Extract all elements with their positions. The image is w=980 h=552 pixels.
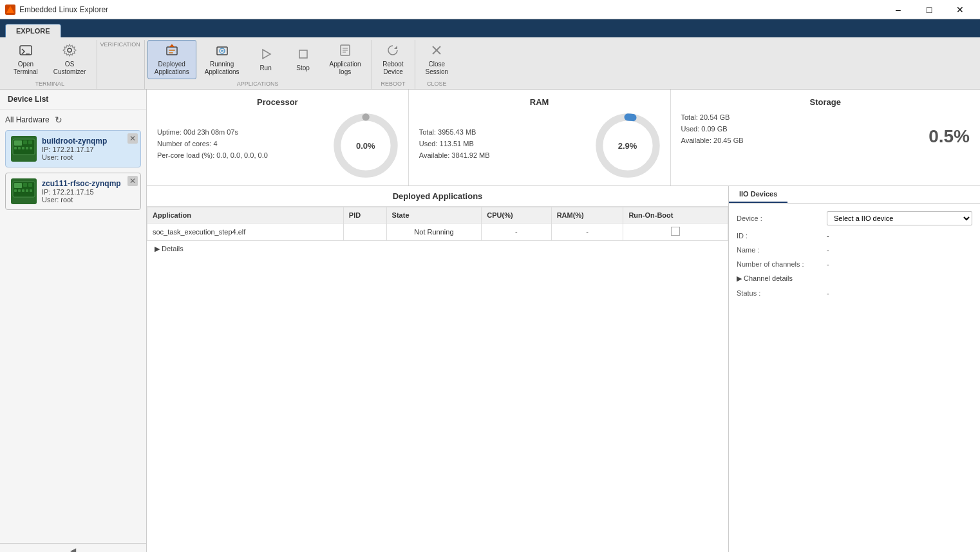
iio-channels-row: Number of channels : - — [737, 260, 972, 268]
deployed-icon — [165, 43, 179, 59]
iio-channels-label: Number of channels : — [737, 260, 827, 268]
svg-rect-33 — [18, 189, 21, 192]
stop-icon — [296, 47, 310, 63]
svg-rect-26 — [26, 147, 28, 149]
running-apps-label: RunningApplications — [205, 61, 240, 76]
main-content: Processor Uptime: 00d 23h 08m 07s Number… — [147, 90, 980, 552]
applications-group-label: APPLICATIONS — [147, 79, 368, 89]
close-button[interactable]: ✕ — [945, 0, 975, 19]
sidebar-header: Device List — [0, 90, 146, 109]
storage-used: Used: 0.09 GB — [681, 125, 929, 133]
apps-table: Application PID State CPU(%) RAM(%) Run-… — [147, 207, 728, 241]
run-icon — [259, 47, 273, 63]
metrics-row: Processor Uptime: 00d 23h 08m 07s Number… — [147, 90, 980, 186]
toolbar-group-verification: VERIFICATION — [99, 40, 144, 89]
close-session-icon — [429, 43, 444, 59]
run-on-boot-checkbox[interactable] — [671, 227, 680, 236]
svg-rect-29 — [14, 183, 22, 188]
title-bar: Embedded Linux Explorer – □ ✕ — [0, 0, 980, 19]
maximize-button[interactable]: □ — [914, 0, 944, 19]
close-session-button[interactable]: CloseSession — [418, 40, 455, 79]
iio-content: Device : Select a IIO device ID : - Name… — [729, 204, 980, 311]
sidebar-collapse-btn[interactable]: ◀ — [0, 543, 146, 552]
svg-rect-23 — [14, 147, 17, 149]
reboot-icon — [386, 43, 400, 59]
device-close-btn-1[interactable]: ✕ — [127, 176, 138, 186]
iio-id-row: ID : - — [737, 232, 972, 240]
reboot-device-button[interactable]: RebootDevice — [375, 40, 411, 79]
refresh-icon[interactable]: ↻ — [55, 115, 62, 125]
stop-button[interactable]: Stop — [285, 40, 321, 79]
svg-rect-35 — [26, 189, 28, 192]
ram-used: Used: 113.51 MB — [419, 140, 585, 148]
reboot-group-label: REBOOT — [375, 79, 411, 89]
minimize-button[interactable]: – — [883, 0, 913, 19]
col-ram: RAM(%) — [551, 207, 623, 224]
device-close-btn-0[interactable]: ✕ — [127, 133, 138, 144]
deployed-apps-button[interactable]: DeployedApplications — [147, 40, 196, 79]
running-icon — [215, 43, 229, 59]
device-image-0 — [11, 136, 37, 162]
iio-tab[interactable]: IIO Devices — [729, 186, 787, 203]
logs-icon — [338, 43, 352, 59]
iio-device-select[interactable]: Select a IIO device — [827, 211, 972, 225]
iio-device-row: Device : Select a IIO device — [737, 211, 972, 225]
svg-rect-6 — [169, 52, 173, 53]
run-label: Run — [259, 64, 271, 72]
svg-point-3 — [68, 48, 71, 52]
col-run-on-boot: Run-On-Boot — [623, 207, 728, 224]
ram-donut: 2.9% — [596, 113, 660, 178]
processor-cores: Number of cores: 4 — [157, 140, 323, 148]
ribbon-tab-bar: EXPLORE — [0, 19, 980, 37]
main-layout: Device List All Hardware ↻ ✕ — [0, 90, 980, 552]
deployed-apps-title: Deployed Applications — [147, 186, 728, 207]
device-list-title: Device List — [8, 95, 48, 104]
svg-rect-20 — [14, 140, 22, 146]
storage-panel: Storage Total: 20.54 GB Used: 0.09 GB Av… — [671, 90, 981, 186]
col-state: State — [386, 207, 482, 224]
details-row[interactable]: Details — [147, 241, 728, 257]
terminal-group-label: TERMINAL — [6, 79, 93, 89]
app-ram-0: - — [551, 224, 623, 241]
col-pid: PID — [343, 207, 386, 224]
device-card-buildroot[interactable]: ✕ — [5, 130, 141, 167]
device-image-1 — [11, 178, 37, 204]
ram-percent: 2.9% — [618, 141, 637, 151]
app-run-on-boot-0[interactable] — [623, 224, 728, 241]
iio-id-label: ID : — [737, 232, 827, 240]
os-customizer-button[interactable]: OSCustomizer — [46, 40, 93, 79]
svg-marker-0 — [6, 6, 14, 13]
iio-panel: IIO Devices Device : Select a IIO device… — [729, 186, 980, 552]
processor-donut: 0.0% — [334, 113, 398, 178]
iio-id-value: - — [827, 232, 972, 240]
processor-uptime: Uptime: 00d 23h 08m 07s — [157, 128, 323, 136]
explore-tab[interactable]: EXPLORE — [5, 24, 61, 37]
device-ip-1: IP: 172.21.17.15 — [42, 188, 121, 196]
close-group-label: CLOSE — [418, 79, 455, 89]
running-apps-button[interactable]: RunningApplications — [198, 40, 247, 79]
app-logs-label: Applicationlogs — [330, 61, 361, 76]
stop-label: Stop — [296, 64, 310, 72]
svg-rect-27 — [30, 147, 32, 149]
app-cpu-0: - — [482, 224, 551, 241]
svg-rect-34 — [22, 189, 24, 192]
os-customizer-label: OSCustomizer — [53, 61, 86, 76]
toolbar: OpenTerminal OSCustomizer TERMINAL VERIF… — [0, 37, 980, 90]
run-button[interactable]: Run — [248, 40, 284, 79]
device-card-zcu111[interactable]: ✕ — [5, 173, 141, 210]
app-logs-button[interactable]: Applicationlogs — [323, 40, 368, 79]
all-hardware-label: All Hardware — [5, 115, 50, 124]
ram-total: Total: 3955.43 MB — [419, 128, 585, 136]
ram-title: RAM — [419, 97, 660, 107]
app-name-0: soc_task_execution_step4.elf — [147, 224, 344, 241]
ram-panel: RAM Total: 3955.43 MB Used: 113.51 MB Av… — [409, 90, 671, 186]
storage-percent: 0.5% — [928, 113, 970, 147]
open-terminal-button[interactable]: OpenTerminal — [6, 40, 45, 79]
svg-rect-5 — [169, 50, 175, 51]
iio-name-row: Name : - — [737, 246, 972, 254]
processor-percore: Per-core load (%): 0.0, 0.0, 0.0, 0.0 — [157, 151, 323, 159]
app-icon — [5, 5, 15, 15]
iio-status-value: - — [827, 289, 972, 297]
channel-details-row[interactable]: Channel details — [737, 274, 972, 283]
svg-rect-25 — [22, 147, 24, 149]
